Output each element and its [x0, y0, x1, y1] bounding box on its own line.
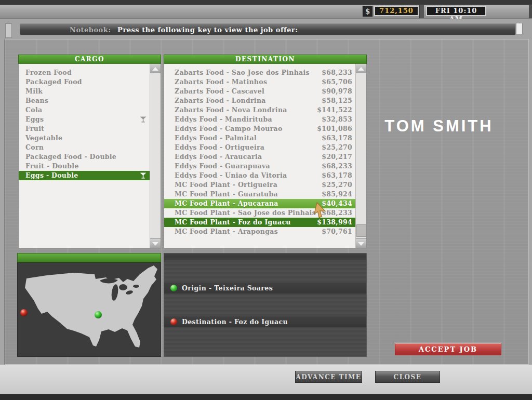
- destination-item-label: Zabarts Food - Cascavel: [175, 87, 264, 95]
- usa-silhouette: [25, 265, 157, 348]
- destination-item-label: MC Food Plant - Guaratuba: [175, 190, 278, 198]
- top-edge-strip: [0, 0, 532, 5]
- destination-item[interactable]: MC Food Plant - Sao Jose dos Pinhais$68,…: [164, 208, 355, 218]
- destination-dot-icon: [170, 318, 177, 325]
- usa-map-graphic: [18, 263, 161, 356]
- destination-item[interactable]: Zabarts Food - Matinhos$65,706: [164, 77, 355, 87]
- destination-item-label: Eddys Food - Ortigueira: [175, 143, 264, 151]
- notebook-label: Notebook:: [70, 26, 111, 34]
- destination-item[interactable]: Eddys Food - Mandirituba$32,853: [164, 115, 355, 124]
- origin-marker-green: [95, 311, 102, 318]
- destination-item[interactable]: Eddys Food - Palmital$63,178: [164, 134, 355, 143]
- cargo-item[interactable]: Milk: [19, 87, 150, 96]
- destination-item[interactable]: Eddys Food - Uniao da Vitoria$63,178: [164, 171, 355, 180]
- destination-item[interactable]: Zabarts Food - Sao Jose dos Pinhais$68,2…: [164, 68, 355, 77]
- destination-item-price: $20,217: [322, 152, 352, 162]
- scrollbar-thumb[interactable]: [356, 224, 366, 237]
- bottom-edge-bar: [0, 394, 532, 400]
- destination-marker-red: [20, 309, 28, 316]
- cargo-item[interactable]: Fruit - Double: [19, 162, 150, 171]
- destination-item-label: Eddys Food - Guarapuava: [175, 162, 270, 170]
- cargo-item-label: Packaged Food - Double: [25, 153, 116, 161]
- destination-item-price: $141,522: [317, 105, 352, 115]
- destination-list: Zabarts Food - Sao Jose dos Pinhais$68,2…: [164, 64, 367, 248]
- destination-item-label: MC Food Plant - Sao Jose dos Pinhais: [175, 209, 316, 217]
- money-display: 712,150: [374, 6, 419, 16]
- cargo-item-label: Eggs - Double: [25, 171, 78, 179]
- destination-item[interactable]: Zabarts Food - Cascavel$90,978: [164, 87, 355, 96]
- destination-item-price: $63,178: [322, 171, 352, 180]
- cargo-list-rows: Frozen FoodPackaged FoodMilkBeansColaEgg…: [19, 68, 150, 180]
- destination-header: DESTINATION: [164, 55, 367, 64]
- datetime-display: FRI 10:10 AM: [426, 6, 486, 16]
- cargo-item-label: Beans: [25, 97, 48, 104]
- destination-item[interactable]: Zabarts Food - Nova Londrina$141,522: [164, 105, 355, 115]
- destination-item[interactable]: Eddys Food - Campo Mourao$101,086: [164, 124, 355, 134]
- scroll-up-button[interactable]: [150, 64, 161, 73]
- cargo-item[interactable]: Corn: [19, 143, 150, 152]
- destination-item[interactable]: MC Food Plant - Guaratuba$85,924: [164, 190, 355, 199]
- destination-item-price: $65,706: [322, 77, 352, 87]
- notebook-message: Press the following key to view the job …: [117, 26, 298, 34]
- cargo-item-label: Frozen Food: [25, 69, 72, 76]
- destination-item-label: Eddys Food - Araucaria: [175, 153, 262, 161]
- map-header: [17, 253, 161, 263]
- destination-item-label: MC Food Plant - Ortigueira: [175, 181, 277, 189]
- cargo-item[interactable]: Eggs - Double: [19, 171, 150, 180]
- destination-scrollbar[interactable]: [355, 64, 366, 248]
- destination-item-price: $138,994: [317, 218, 352, 227]
- destination-item-price: $70,761: [322, 227, 352, 236]
- cargo-item[interactable]: Fruit: [19, 124, 150, 134]
- cargo-item-label: Corn: [25, 143, 44, 151]
- driver-name: TOM SMITH: [371, 116, 507, 136]
- destination-item-price: $68,233: [322, 162, 352, 171]
- lake-huron: [119, 284, 127, 290]
- destination-item-price: $58,125: [322, 96, 352, 105]
- destination-item-price: $32,853: [322, 115, 352, 124]
- destination-item-label: Zabarts Food - Nova Londrina: [175, 106, 287, 114]
- cargo-scrollbar[interactable]: [150, 64, 161, 248]
- destination-item-price: $68,233: [322, 208, 352, 218]
- destination-list-rows: Zabarts Food - Sao Jose dos Pinhais$68,2…: [164, 68, 355, 236]
- status-bar: $ 712,150 FRI 10:10 AM: [0, 5, 532, 19]
- destination-item[interactable]: MC Food Plant - Arapongas$70,761: [164, 227, 355, 236]
- advance-time-button[interactable]: ADVANCE TIME: [295, 371, 362, 383]
- cargo-item-label: Packaged Food: [25, 78, 82, 86]
- destination-item-price: $25,270: [322, 143, 352, 152]
- destination-item[interactable]: MC Food Plant - Ortigueira$25,270: [164, 180, 355, 190]
- cargo-item-label: Vegetable: [25, 134, 62, 142]
- destination-label: Destination - Foz do Iguacu: [182, 318, 288, 326]
- destination-item-price: $68,233: [322, 68, 352, 77]
- scroll-down-button[interactable]: [150, 238, 161, 248]
- cargo-item-label: Cola: [25, 106, 42, 114]
- cargo-item[interactable]: Eggs: [19, 115, 150, 124]
- cargo-item-label: Fruit - Double: [25, 162, 79, 170]
- cargo-item[interactable]: Packaged Food - Double: [19, 152, 150, 162]
- cargo-item-label: Eggs: [25, 115, 44, 123]
- cargo-item[interactable]: Beans: [19, 96, 150, 105]
- destination-item[interactable]: Eddys Food - Guarapuava$68,233: [164, 162, 355, 171]
- destination-item[interactable]: Zabarts Food - Londrina$58,125: [164, 96, 355, 105]
- destination-item[interactable]: Eddys Food - Araucaria$20,217: [164, 152, 355, 162]
- cargo-item[interactable]: Packaged Food: [19, 77, 150, 87]
- destination-item[interactable]: MC Food Plant - Foz do Iguacu$138,994: [164, 218, 355, 227]
- destination-item[interactable]: MC Food Plant - Apucarana$40,434: [164, 199, 355, 208]
- status-bar-right-edge: [529, 5, 532, 18]
- destination-item[interactable]: Eddys Food - Ortigueira$25,270: [164, 143, 355, 152]
- notebook-zone: Notebook: Press the following key to vie…: [0, 19, 532, 39]
- accept-job-button[interactable]: ACCEPT JOB: [395, 343, 501, 355]
- scroll-up-button[interactable]: [356, 64, 366, 73]
- destination-row: Destination - Foz do Iguacu: [164, 316, 366, 327]
- origin-label: Origin - Teixeira Soares: [182, 284, 273, 292]
- scroll-down-button[interactable]: [356, 238, 366, 248]
- cargo-item[interactable]: Frozen Food: [19, 68, 150, 77]
- cargo-item[interactable]: Vegetable: [19, 134, 150, 143]
- cargo-item-label: Milk: [25, 87, 43, 95]
- destination-item-price: $40,434: [322, 199, 352, 208]
- cargo-item[interactable]: Cola: [19, 105, 150, 115]
- close-button[interactable]: CLOSE: [375, 371, 440, 383]
- status-bar-divider: [419, 5, 424, 18]
- destination-item-label: MC Food Plant - Foz do Iguacu: [175, 218, 291, 226]
- job-offers-screen: $ 712,150 FRI 10:10 AM Notebook: Press t…: [0, 0, 532, 400]
- origin-row: Origin - Teixeira Soares: [164, 283, 366, 294]
